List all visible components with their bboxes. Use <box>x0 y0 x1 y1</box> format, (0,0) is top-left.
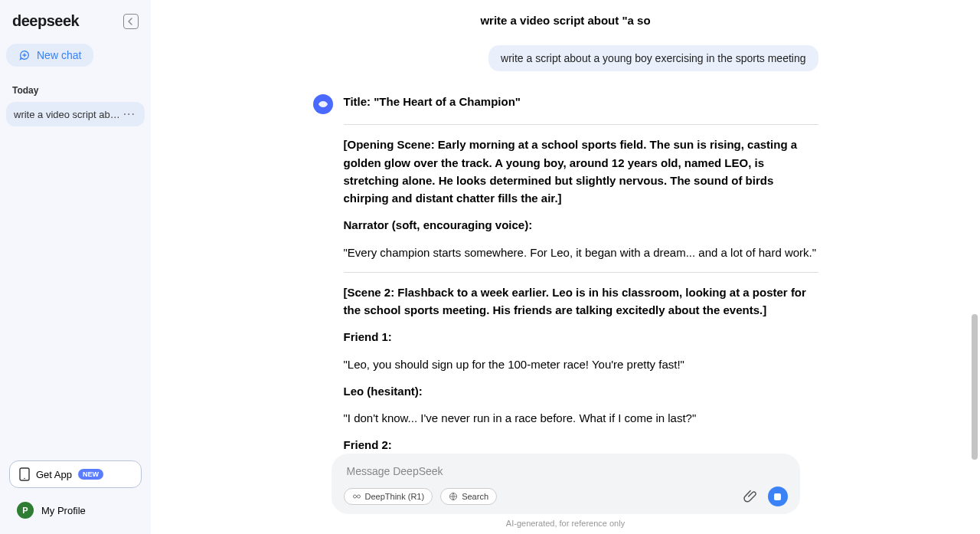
script-title: Title: "The Heart of a Champion" <box>344 93 818 110</box>
message-input[interactable] <box>344 465 788 486</box>
user-message: write a script about a young boy exercis… <box>313 45 818 71</box>
avatar: P <box>17 502 34 519</box>
svg-point-1 <box>24 478 25 480</box>
chat-item-more-icon[interactable]: ··· <box>122 107 137 121</box>
get-app-label: Get App <box>36 469 72 480</box>
new-chat-icon <box>18 49 31 61</box>
search-label: Search <box>462 492 488 501</box>
svg-point-2 <box>353 495 356 498</box>
paperclip-icon <box>743 489 759 504</box>
chat-item-text: write a video script about "a so <box>14 109 122 120</box>
disclaimer: AI-generated, for reference only <box>151 519 980 528</box>
attach-button[interactable] <box>743 489 759 504</box>
narrator-line: "Every champion starts somewhere. For Le… <box>344 244 818 261</box>
get-app-button[interactable]: Get App NEW <box>9 460 142 488</box>
stop-button[interactable] <box>768 486 788 506</box>
logo: deepseek <box>12 12 79 30</box>
section-today-label: Today <box>6 85 145 102</box>
leo-line: "I don't know... I've never run in a rac… <box>344 409 818 427</box>
svg-point-3 <box>357 495 360 498</box>
deepthink-icon <box>352 492 361 501</box>
divider <box>344 124 818 125</box>
new-badge: NEW <box>78 469 103 480</box>
stop-icon <box>774 493 781 500</box>
scrollbar-thumb[interactable] <box>972 314 978 460</box>
profile-button[interactable]: P My Profile <box>9 496 142 525</box>
scene-1: [Opening Scene: Early morning at a schoo… <box>344 136 818 207</box>
friend1-label: Friend 1: <box>344 328 818 346</box>
scrollbar[interactable] <box>972 31 978 503</box>
main: write a video script about "a so write a… <box>151 0 980 534</box>
divider <box>344 272 818 273</box>
profile-label: My Profile <box>41 505 86 516</box>
collapse-sidebar-button[interactable] <box>123 14 139 29</box>
sidebar: deepseek New chat Today write a video sc… <box>0 0 151 534</box>
collapse-icon <box>127 18 135 25</box>
phone-icon <box>19 467 30 481</box>
new-chat-label: New chat <box>37 49 81 61</box>
friend1-line: "Leo, you should sign up for the 100-met… <box>344 355 818 373</box>
friend2-label: Friend 2: <box>344 436 818 454</box>
page-title: write a video script about "a so <box>151 0 980 34</box>
deepthink-button[interactable]: DeepThink (R1) <box>344 488 433 505</box>
globe-icon <box>449 492 458 501</box>
composer-area: DeepThink (R1) Search <box>151 454 980 534</box>
scene-2: [Scene 2: Flashback to a week earlier. L… <box>344 283 818 319</box>
user-bubble: write a script about a young boy exercis… <box>488 45 818 71</box>
sidebar-chat-item[interactable]: write a video script about "a so ··· <box>6 102 145 126</box>
leo-label: Leo (hesitant): <box>344 382 818 400</box>
composer: DeepThink (R1) Search <box>332 454 800 514</box>
assistant-avatar-icon <box>313 94 333 114</box>
new-chat-button[interactable]: New chat <box>6 44 93 67</box>
deepthink-label: DeepThink (R1) <box>365 492 425 501</box>
narrator-label: Narrator (soft, encouraging voice): <box>344 216 818 234</box>
search-button[interactable]: Search <box>440 488 497 505</box>
